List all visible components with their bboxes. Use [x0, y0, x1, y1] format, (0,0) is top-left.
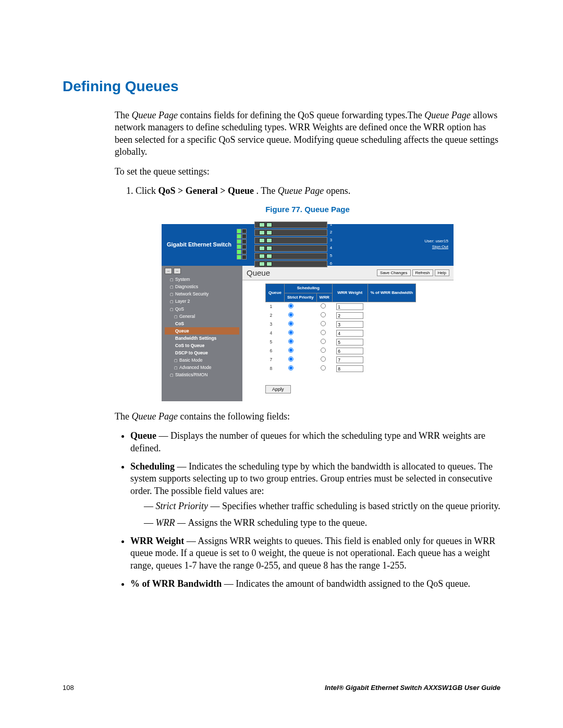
apply-button[interactable]: Apply: [265, 385, 291, 393]
nav-system[interactable]: System: [165, 276, 239, 283]
nav-cos[interactable]: CoS: [165, 320, 239, 327]
nav-statistics-rmon[interactable]: Statistics/RMON: [165, 371, 239, 378]
footer-title: Intel® Gigabit Ethernet Switch AXXSW1GB …: [325, 684, 500, 692]
radio-strict-priority[interactable]: [288, 321, 293, 326]
device-title: Gigabit Ethernet Switch: [167, 241, 237, 248]
col-scheduling: Scheduling: [284, 284, 332, 293]
nav-tree: – – System Diagnostics Network Security …: [162, 266, 242, 401]
queue-table: Queue Scheduling WRR Weight % of WRR Ban…: [265, 283, 416, 373]
radio-wrr[interactable]: [321, 356, 326, 362]
input-wrr-weight[interactable]: [336, 330, 363, 337]
radio-strict-priority[interactable]: [288, 339, 293, 344]
col-strict-priority: Strict Priority: [284, 293, 316, 302]
stack-unit[interactable]: 3: [254, 237, 327, 244]
nav-network-security[interactable]: Network Security: [165, 291, 239, 298]
t: Queue Page: [131, 110, 177, 120]
radio-wrr[interactable]: [321, 365, 326, 371]
field-scheduling: Scheduling — Indicates the scheduling ty…: [130, 461, 500, 529]
cell-queue-index: 4: [266, 329, 285, 338]
nav-basic-mode[interactable]: Basic Mode: [165, 356, 239, 364]
cell-wrr-bandwidth: [368, 364, 415, 373]
cell-wrr-bandwidth: [368, 311, 415, 320]
stack-unit[interactable]: 2: [254, 229, 327, 236]
nav-qos[interactable]: QoS: [165, 305, 239, 313]
input-wrr-weight[interactable]: [336, 365, 363, 372]
tree-expand-icon[interactable]: –: [165, 268, 172, 274]
radio-wrr[interactable]: [321, 312, 326, 317]
input-wrr-weight[interactable]: [336, 312, 363, 319]
radio-strict-priority[interactable]: [288, 365, 293, 371]
t: QoS > General > Queue: [158, 186, 254, 196]
radio-strict-priority[interactable]: [288, 303, 293, 309]
screenshot-header: Gigabit Ethernet Switch 1 2 3 4 5 6: [162, 224, 454, 265]
stack-unit[interactable]: 5: [254, 253, 327, 260]
nav-layer2[interactable]: Layer 2: [165, 298, 239, 305]
nav-dscp-to-queue[interactable]: DSCP to Queue: [165, 349, 239, 356]
input-wrr-weight[interactable]: [336, 339, 363, 346]
save-changes-button[interactable]: Save Changes: [377, 269, 410, 276]
screenshot-frame: Gigabit Ethernet Switch 1 2 3 4 5 6: [162, 224, 454, 401]
cell-wrr-bandwidth: [368, 338, 415, 347]
input-wrr-weight[interactable]: [336, 321, 363, 328]
fields-lead: The Queue Page contains the following fi…: [115, 411, 500, 423]
fields-list: Queue — Displays the number of queues fo…: [115, 430, 500, 590]
nav-advanced-mode[interactable]: Advanced Mode: [165, 364, 239, 371]
nav-general[interactable]: General: [165, 313, 239, 320]
field-wrr-weight: WRR Weight — Assigns WRR weights to queu…: [130, 535, 500, 572]
help-button[interactable]: Help: [435, 269, 449, 276]
nav-bandwidth-settings[interactable]: Bandwidth Settings: [165, 335, 239, 342]
nav-queue[interactable]: Queue: [165, 327, 239, 335]
input-wrr-weight[interactable]: [336, 303, 363, 310]
radio-wrr[interactable]: [321, 348, 326, 353]
input-wrr-weight[interactable]: [336, 348, 363, 354]
user-label: User: user15: [424, 239, 448, 244]
t: WRR —: [156, 517, 188, 528]
stack-unit[interactable]: 6: [254, 261, 327, 267]
table-row: 8: [266, 364, 416, 373]
cell-wrr-bandwidth: [368, 320, 415, 329]
nav-cos-to-queue[interactable]: CoS to Queue: [165, 342, 239, 349]
t: . The: [256, 186, 278, 196]
radio-strict-priority[interactable]: [288, 330, 293, 335]
radio-strict-priority[interactable]: [288, 312, 293, 317]
radio-wrr[interactable]: [321, 303, 326, 309]
field-wrr-bandwidth: % of WRR Bandwidth — Indicates the amoun…: [130, 578, 500, 590]
port-indicators: [237, 229, 251, 260]
input-wrr-weight[interactable]: [336, 356, 363, 363]
steps-list: Click QoS > General > Queue . The Queue …: [115, 185, 500, 197]
cell-queue-index: 5: [266, 338, 285, 347]
radio-wrr[interactable]: [321, 339, 326, 344]
cell-queue-index: 7: [266, 355, 285, 364]
table-row: 3: [266, 320, 416, 329]
t: contains the following fields:: [180, 411, 289, 422]
lead-paragraph: To set the queue settings:: [115, 166, 500, 178]
step-1: Click QoS > General > Queue . The Queue …: [136, 185, 500, 197]
radio-strict-priority[interactable]: [288, 356, 293, 362]
radio-wrr[interactable]: [321, 321, 326, 326]
field-wrr: WRR — Assigns the WRR scheduling type to…: [144, 517, 500, 529]
content-title: Queue: [247, 268, 270, 278]
radio-strict-priority[interactable]: [288, 348, 293, 353]
t: Queue: [130, 430, 156, 441]
stack-unit[interactable]: 1: [254, 221, 327, 228]
table-row: 2: [266, 311, 416, 320]
table-row: 7: [266, 355, 416, 364]
page-footer: 108 Intel® Gigabit Ethernet Switch AXXSW…: [63, 684, 500, 692]
refresh-button[interactable]: Refresh: [412, 269, 433, 276]
tree-toolbar: – –: [165, 268, 239, 274]
radio-wrr[interactable]: [321, 330, 326, 335]
tree-collapse-icon[interactable]: –: [174, 268, 181, 274]
cell-queue-index: 3: [266, 320, 285, 329]
sign-out-link[interactable]: Sign Out: [432, 244, 448, 249]
stack-unit[interactable]: 4: [254, 245, 327, 252]
figure-caption: Figure 77. Queue Page: [115, 204, 500, 215]
col-queue: Queue: [266, 284, 285, 302]
t: contains fields for defining the QoS que…: [180, 110, 424, 120]
page-number: 108: [63, 684, 74, 692]
cell-queue-index: 2: [266, 311, 285, 320]
col-wrr-weight: WRR Weight: [332, 284, 368, 302]
t: WRR Weight: [130, 536, 184, 546]
table-row: 4: [266, 329, 416, 338]
t: % of WRR Bandwidth: [130, 578, 222, 589]
nav-diagnostics[interactable]: Diagnostics: [165, 283, 239, 291]
